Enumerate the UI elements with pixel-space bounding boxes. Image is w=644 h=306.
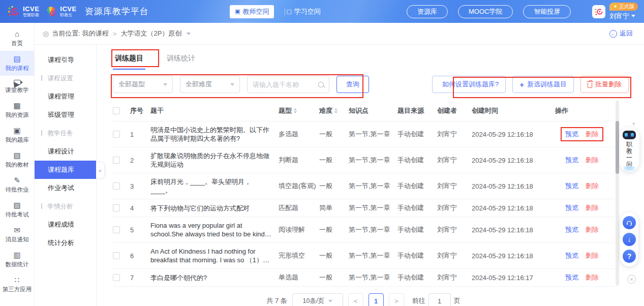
sidebar-item[interactable]: ▧ 我的教材 [0,147,34,172]
submenu-item[interactable]: 课程设计 [35,142,96,161]
sidebar-item[interactable]: ▨ 待批考试 [0,197,34,222]
submenu-item-label: 课程题库 [48,166,74,173]
tab[interactable]: 训练题目 [113,50,145,70]
breadcrumb-current[interactable]: 大学语文（2P）原创 [120,29,181,38]
sidebar-item[interactable]: ▶ 课堂教学 [0,76,34,98]
support-button[interactable] [623,216,636,229]
sidebar-item[interactable]: ▤ 我的课程 [0,51,34,76]
preview-link[interactable]: 预览 [565,182,578,190]
submenu-item-label: 课程引导 [48,56,74,64]
preview-link[interactable]: 预览 [565,273,578,281]
row-checkbox[interactable] [113,226,120,233]
sidebar-item-label: 我的题库 [6,136,29,144]
row-checkbox[interactable] [113,157,120,164]
question-type-select[interactable]: 全部题型 [113,76,173,93]
sidebar-item[interactable]: ▣ 我的题库 [0,123,34,147]
cell-created-time: 2024-05-29 12:16:18 [472,252,555,260]
cell-knowledge: 第一节,第一章 [349,225,397,234]
submenu-item[interactable]: 课程成绩 [35,216,96,234]
user-area[interactable]: 正式版 刘宵宁 [592,3,638,21]
column-header-label: 题目来源 [397,106,424,115]
avatar[interactable] [592,5,605,18]
delete-link[interactable]: 删除 [586,156,599,164]
submenu-item[interactable]: 学情分析 [35,197,96,216]
preview-link[interactable]: 预览 [565,130,578,138]
download-button[interactable]: ↓ [623,233,636,246]
top-header: ICVE 智慧职教 ICVE 职教云 资源库教学平台 ▣ 教师空间 [0,0,644,23]
sidebar-item[interactable]: ▥ 数据统计 [0,247,34,272]
sidebar-item-icon: ✉ [14,226,20,234]
space-nav-button[interactable]: ▢ 学习空间 [281,5,325,18]
chevron-down-icon[interactable] [187,33,191,35]
sidebar-item[interactable]: ∷ 第三方应用 [0,272,34,297]
sidebar-item-icon: ▦ [13,102,20,110]
submenu-item[interactable]: 班级管理 [35,106,96,124]
space-nav-button[interactable]: ▣ 教师空间 [230,5,274,18]
submenu-item[interactable]: 统计分析 [35,234,96,252]
preview-link[interactable]: 预览 [565,156,578,164]
quick-link-button[interactable]: 智能投屏 [523,5,571,18]
delete-link[interactable]: 删除 [586,273,599,281]
tab[interactable]: 训练统计 [165,50,197,70]
cell-source: 手动创建 [397,273,437,282]
action-button[interactable]: + 新选训练题目 [512,76,574,93]
sidebar-collapse-button[interactable]: « [96,162,105,179]
scrollbar-thumb[interactable] [616,121,619,174]
table-row: 2 扩散现象说明物质的分子在永不停息地做无规则运动 判断题 一般 第一节,第一章… [113,147,614,173]
cell-type: 判断题 [279,156,319,165]
username[interactable]: 刘宵宁 [609,12,635,21]
page-size-select[interactable]: 10条/页 [292,293,343,306]
select-all-checkbox[interactable] [113,107,120,114]
sort-icon[interactable] [294,108,297,113]
search-icon[interactable] [318,82,324,87]
submenu-item[interactable]: 课程引导 [35,51,96,69]
delete-link[interactable]: 删除 [586,226,599,233]
prev-page-button[interactable]: < [348,293,363,306]
action-button[interactable]: 如何设置训练题库? [432,76,506,93]
operation-group: 预览 删除 [565,203,599,212]
preview-link[interactable]: 预览 [565,226,578,233]
delete-link[interactable]: 删除 [586,182,599,190]
difficulty-select[interactable]: 全部难度 [180,76,240,93]
quick-link-button[interactable]: MOOC学院 [458,5,513,18]
column-header-label: 题干 [150,106,164,115]
help-button[interactable]: ? [623,250,636,263]
query-button[interactable]: 查询 [336,76,369,93]
preview-link[interactable]: 预览 [565,204,578,211]
preview-link[interactable]: 预览 [565,252,578,259]
sidebar-item[interactable]: ✉ 消息通知 [0,222,34,247]
row-checkbox[interactable] [113,131,120,138]
submenu-item[interactable]: 教学任务 [35,124,96,142]
search-input[interactable] [253,81,318,88]
next-page-button[interactable]: > [389,293,404,306]
action-button-label: 如何设置训练题库? [442,80,499,89]
sort-icon[interactable] [334,108,338,113]
submenu-item[interactable]: 课程题库 [35,161,96,179]
action-button[interactable]: 批量删除 [580,76,629,93]
page-size-value: 10条/页 [303,297,324,305]
row-checkbox[interactable] [113,252,120,259]
close-widget-button[interactable]: ✕ [627,275,636,284]
delete-link[interactable]: 删除 [586,204,599,211]
assistant-widget[interactable]: 职教一问 [619,127,639,172]
scrollbar-track[interactable] [616,101,619,286]
back-button[interactable]: ← 返回 [609,29,633,38]
submenu-item[interactable]: 作业考试 [35,179,96,197]
row-checkbox[interactable] [113,204,120,211]
current-page-button[interactable]: 1 [369,293,384,306]
cell-operations: 预览 删除 [565,130,599,139]
quick-link-button[interactable]: 资源库 [407,5,448,18]
filter-group: 全部题型 全部难度 查询 [113,76,369,93]
submenu-item[interactable]: 课程设置 [35,69,96,87]
column-header: 题目来源 [397,106,437,115]
goto-page-input[interactable] [428,293,451,306]
sidebar-item[interactable]: ▦ 我的资源 [0,98,34,123]
submenu-item[interactable]: 课程管理 [35,87,96,106]
breadcrumb-parent[interactable]: 我的课程 [82,29,109,38]
row-checkbox[interactable] [113,274,120,281]
sidebar-item[interactable]: ✎ 待批作业 [0,172,34,197]
delete-link[interactable]: 删除 [586,252,599,259]
sidebar-item[interactable]: ⌂ 首页 [0,26,34,51]
row-checkbox[interactable] [113,182,120,190]
delete-link[interactable]: 删除 [586,130,599,138]
